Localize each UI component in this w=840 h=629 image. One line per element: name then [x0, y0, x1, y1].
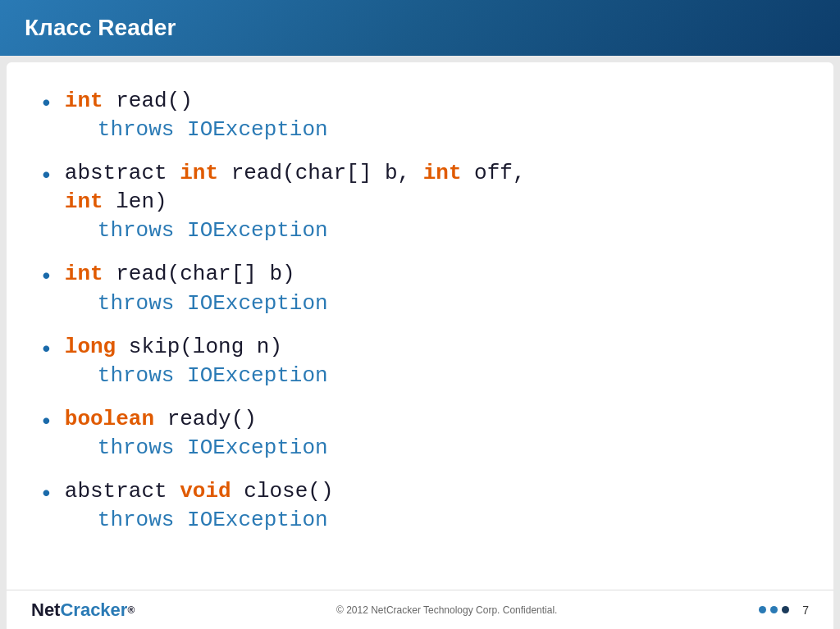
method-content: abstract int read(char[] b, int off, int… [65, 159, 526, 245]
method-list: • int read() throws IOException • abstra… [39, 87, 801, 535]
abstract-keyword: abstract [65, 161, 180, 185]
throws-line: throws IOException [65, 217, 526, 245]
keyword: int [423, 161, 462, 185]
throws-line: throws IOException [65, 362, 328, 390]
method-content: int read() throws IOException [65, 87, 328, 144]
code-line: int len) [65, 188, 526, 217]
slide-header: Класс Reader [0, 0, 840, 56]
keyword: void [180, 479, 231, 504]
method-signature: skip(long n) [116, 335, 282, 359]
method-content: long skip(long n) throws IOException [65, 333, 328, 390]
throws-line: throws IOException [65, 289, 328, 318]
method-signature: read(char[] b, [218, 161, 423, 185]
throws-line: throws IOException [65, 434, 328, 463]
list-item: • int read(char[] b) throws IOException [39, 260, 801, 317]
code-line: long skip(long n) [65, 333, 328, 362]
slide-footer: NetCracker® © 2012 NetCracker Technology… [7, 590, 833, 629]
method-content: abstract void close() throws IOException [65, 477, 334, 535]
method-signature: read(char[] b) [103, 262, 295, 286]
code-line: boolean ready() [65, 405, 328, 434]
code-line: abstract void close() [65, 477, 334, 506]
method-signature: len) [103, 189, 167, 214]
abstract-keyword: abstract [65, 479, 180, 504]
bullet-icon: • [39, 161, 53, 192]
bullet-icon: • [39, 407, 53, 438]
netcracker-logo: NetCracker® [31, 599, 135, 621]
dot-2 [770, 606, 778, 613]
logo-net: Net [31, 599, 60, 621]
page-number: 7 [802, 604, 809, 617]
code-line: int read(char[] b) [65, 260, 328, 289]
keyword: boolean [65, 407, 154, 431]
keyword: int [65, 262, 103, 286]
dot-3 [782, 606, 789, 613]
footer-copyright: © 2012 NetCracker Technology Corp. Confi… [336, 604, 557, 616]
bullet-icon: • [39, 89, 53, 120]
footer-dots [759, 606, 789, 613]
method-content: boolean ready() throws IOException [65, 405, 328, 463]
slide-container: Класс Reader • int read() throws IOExcep… [0, 0, 840, 629]
logo-cracker: Cracker [60, 599, 127, 621]
keyword: int [65, 89, 103, 113]
list-item: • long skip(long n) throws IOException [39, 333, 801, 390]
throws-line: throws IOException [65, 506, 334, 535]
list-item: • abstract int read(char[] b, int off, i… [39, 159, 801, 245]
dot-1 [759, 606, 766, 613]
slide-title: Класс Reader [25, 15, 176, 41]
method-signature: off, [462, 161, 526, 185]
method-signature: close() [231, 479, 334, 504]
bullet-icon: • [39, 479, 53, 510]
code-line: abstract int read(char[] b, int off, [65, 159, 526, 188]
method-signature: read() [103, 89, 193, 113]
code-line: int read() [65, 87, 328, 116]
slide-body: • int read() throws IOException • abstra… [7, 62, 833, 590]
footer-right: 7 [759, 604, 809, 617]
logo-registered: ® [127, 604, 135, 616]
method-content: int read(char[] b) throws IOException [65, 260, 328, 317]
keyword: long [65, 335, 116, 359]
list-item: • boolean ready() throws IOException [39, 405, 801, 463]
throws-line: throws IOException [65, 116, 328, 144]
bullet-icon: • [39, 335, 53, 366]
keyword: int [180, 161, 218, 185]
bullet-icon: • [39, 262, 53, 293]
method-signature: ready() [154, 407, 257, 431]
list-item: • abstract void close() throws IOExcepti… [39, 477, 801, 535]
keyword: int [65, 189, 103, 214]
list-item: • int read() throws IOException [39, 87, 801, 144]
